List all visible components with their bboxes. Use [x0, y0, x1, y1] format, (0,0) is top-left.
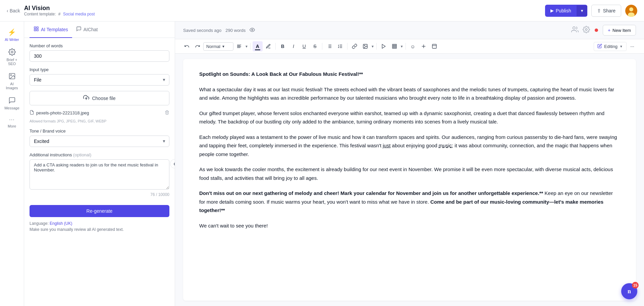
svg-point-3	[11, 51, 13, 53]
panel-content: Number of words Input type File Text URL…	[24, 38, 175, 306]
underline-button[interactable]: U	[299, 41, 309, 51]
red-status-dot	[595, 29, 598, 32]
delete-file-button[interactable]	[165, 110, 169, 116]
tone-select[interactable]: Excited Professional Casual Formal Frien…	[30, 136, 169, 147]
users-icon[interactable]	[571, 26, 579, 35]
avatar[interactable]	[625, 5, 637, 17]
link-button[interactable]	[350, 41, 360, 51]
sidebar-item-label: More	[8, 124, 16, 128]
emoji-button[interactable]: ☺	[408, 41, 418, 51]
new-item-button[interactable]: + New Item	[603, 25, 636, 36]
svg-point-11	[252, 29, 253, 31]
gear-icon	[8, 48, 16, 56]
publish-button[interactable]: ▶ Publish ▼	[545, 5, 587, 17]
table-button[interactable]	[389, 41, 399, 51]
chat-bubble-icon: n	[628, 288, 631, 295]
content-p3: Each melody played was a testament to th…	[199, 133, 620, 159]
tab-label: AI Templates	[41, 27, 68, 32]
language-link[interactable]: English (UK)	[50, 221, 72, 226]
editing-mode-badge[interactable]: Editing ▼	[594, 42, 627, 51]
file-item: pexels-photo-2221318.jpeg	[30, 108, 169, 118]
unordered-list-button[interactable]	[324, 41, 334, 51]
chevron-left-icon: ❮	[173, 161, 175, 166]
saved-text: Saved seconds ago	[183, 28, 221, 33]
regenerate-button[interactable]: Re-generate	[30, 205, 169, 217]
sidebar-item-more[interactable]: ··· More	[2, 114, 22, 131]
chat-bubble[interactable]: n 15	[621, 283, 637, 299]
svg-rect-6	[34, 27, 36, 29]
toolbar-divider	[275, 43, 276, 50]
bold-button[interactable]: B	[278, 41, 288, 51]
additional-group: Additional instructions (optional) Add a…	[30, 152, 169, 197]
play-button[interactable]	[379, 41, 389, 51]
page-title: AI Vision	[24, 5, 95, 12]
undo-button[interactable]	[182, 41, 192, 51]
share-button[interactable]: ⇧ Share	[591, 5, 621, 17]
choose-file-button[interactable]: Choose file	[30, 91, 169, 105]
eye-icon[interactable]	[250, 27, 255, 34]
svg-rect-8	[37, 29, 38, 31]
image-button[interactable]	[360, 41, 370, 51]
input-type-group: Input type File Text URL ▼	[30, 67, 169, 86]
align-button[interactable]	[234, 41, 244, 51]
chat-badge: 15	[632, 282, 639, 289]
sidebar-item-ai-writer[interactable]: ⚡ AI Writer	[2, 26, 22, 44]
title-block: AI Vision Content template: # Social med…	[24, 5, 95, 16]
upload-cloud-icon	[83, 95, 89, 102]
redo-button[interactable]	[193, 41, 203, 51]
sidebar-item-brief-seo[interactable]: Brief + SEO	[2, 46, 22, 68]
chevron-down-icon: ▼	[620, 45, 623, 48]
text-style-value: Normal	[206, 44, 220, 49]
toolbar-divider	[406, 43, 406, 50]
sidebar-item-message[interactable]: Message	[2, 94, 22, 113]
highlight-button[interactable]	[263, 41, 273, 51]
grid-icon	[34, 26, 39, 33]
back-button[interactable]: ‹ Back	[7, 8, 20, 13]
header-left: ‹ Back AI Vision Content template: # Soc…	[7, 5, 95, 16]
sidebar-item-ai-images[interactable]: AI Images	[2, 70, 22, 93]
publish-main[interactable]: ▶ Publish	[545, 5, 577, 17]
font-color-button[interactable]: A	[253, 41, 263, 51]
choose-file-group: Choose file pexels-photo-2221318.jpeg	[30, 91, 169, 123]
tone-label: Tone / Brand voice	[30, 129, 169, 134]
words-label: Number of words	[30, 43, 169, 48]
publish-label: Publish	[556, 8, 571, 13]
edit-icon	[597, 44, 602, 49]
strikethrough-button[interactable]: S	[310, 41, 320, 51]
tone-select-wrapper: Excited Professional Casual Formal Frien…	[30, 136, 169, 147]
chevron-down-icon: ▼	[400, 45, 404, 48]
header-right: ▶ Publish ▼ ⇧ Share	[545, 5, 637, 17]
char-count: 76 / 10000	[30, 192, 169, 197]
italic-button[interactable]: I	[288, 41, 299, 51]
editor-content[interactable]: Spotlight on Sounds: A Look Back at Our …	[183, 59, 636, 301]
insert-button[interactable]	[429, 41, 439, 51]
svg-point-1	[629, 7, 633, 11]
header-subtitle: Content template: # Social media post	[24, 12, 95, 16]
additional-textarea[interactable]: Add a CTA asking readers to join us for …	[30, 159, 169, 190]
special-chars-button[interactable]	[419, 41, 429, 51]
editing-label: Editing	[604, 44, 618, 49]
chat-icon	[76, 26, 82, 33]
back-label: Back	[10, 8, 20, 13]
svg-rect-7	[37, 27, 38, 29]
file-item-left: pexels-photo-2221318.jpeg	[30, 110, 89, 116]
tab-ai-templates[interactable]: AI Templates	[30, 21, 72, 38]
subtitle-prefix: Content template:	[24, 12, 56, 16]
ordered-list-button[interactable]	[335, 41, 345, 51]
left-panel: AI Templates AIChat Number of words Inpu…	[24, 21, 175, 306]
words-input[interactable]	[30, 50, 169, 62]
more-options-button[interactable]: ···	[627, 41, 637, 51]
toolbar-divider	[322, 43, 322, 50]
content-p2: Our gifted trumpet player, whose fervent…	[199, 109, 620, 126]
publish-dropdown-arrow[interactable]: ▼	[577, 5, 587, 16]
tab-aichat[interactable]: AIChat	[72, 21, 102, 38]
file-name: pexels-photo-2221318.jpeg	[36, 110, 89, 115]
subtitle-link[interactable]: Social media post	[63, 12, 95, 16]
svg-point-12	[573, 27, 575, 29]
chevron-down-icon: ▼	[245, 45, 248, 48]
svg-rect-30	[392, 44, 396, 48]
text-style-select[interactable]: Normal ▼	[203, 42, 233, 51]
tone-group: Tone / Brand voice Excited Professional …	[30, 129, 169, 147]
input-type-select[interactable]: File Text URL	[30, 74, 169, 86]
settings-icon[interactable]	[583, 26, 590, 35]
